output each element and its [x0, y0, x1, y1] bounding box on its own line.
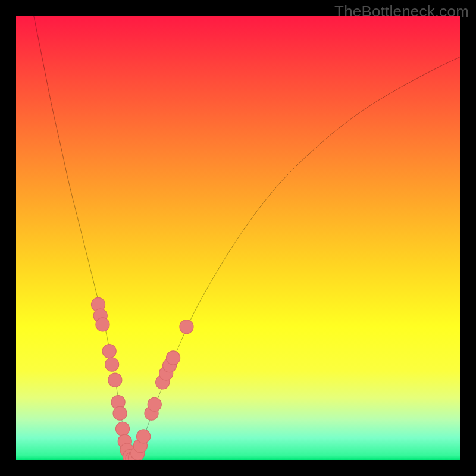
- curve-svg: [16, 16, 460, 460]
- curve-marker: [167, 351, 180, 365]
- curve-markers: [91, 298, 193, 460]
- curve-marker: [115, 422, 129, 436]
- curve-marker: [148, 397, 161, 411]
- plot-area: [16, 16, 460, 460]
- curve-marker: [137, 430, 151, 443]
- chart-frame: TheBottleneck.com: [0, 0, 476, 476]
- curve-marker: [180, 320, 193, 334]
- curve-marker: [96, 318, 109, 331]
- curve-marker: [105, 358, 119, 371]
- curve-marker: [108, 373, 122, 387]
- curve-marker: [113, 406, 127, 420]
- curve-marker: [102, 345, 116, 358]
- bottleneck-curve: [34, 16, 460, 460]
